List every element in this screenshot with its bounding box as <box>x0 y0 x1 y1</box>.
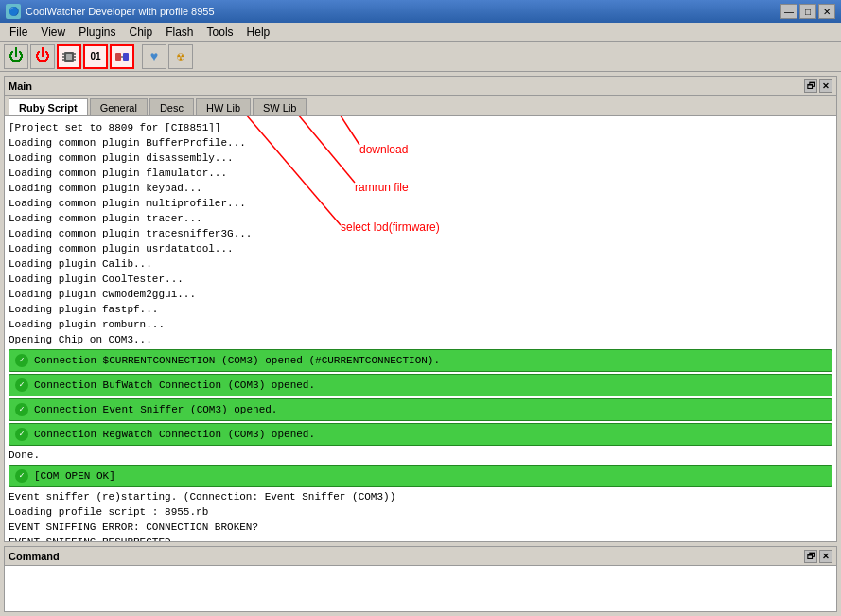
log-line: Loading plugin Calib... <box>9 256 832 272</box>
tab-desc[interactable]: Desc <box>149 98 194 115</box>
log-line: Event sniffer (re)starting. (Connection:… <box>9 489 832 504</box>
log-line: Loading common plugin flamulator... <box>9 166 832 181</box>
svg-rect-8 <box>115 53 121 61</box>
main-panel-close-btn[interactable]: ✕ <box>819 79 832 93</box>
status-icon: ✓ <box>15 428 28 441</box>
maximize-btn[interactable]: □ <box>799 4 816 19</box>
tab-ruby-script[interactable]: Ruby Script <box>9 98 88 115</box>
close-btn[interactable]: ✕ <box>818 4 835 19</box>
main-panel-header: Main 🗗 ✕ <box>5 77 836 96</box>
menu-view[interactable]: View <box>35 24 71 41</box>
log-line: Loading plugin CoolTester... <box>9 272 832 287</box>
app-icon: 🔵 <box>6 4 21 19</box>
menu-flash[interactable]: Flash <box>160 24 199 41</box>
status-text: Connection RegWatch Connection (COM3) op… <box>34 426 315 443</box>
command-panel-title: Command <box>9 551 60 562</box>
status-icon: ✓ <box>15 354 28 367</box>
main-panel-header-buttons: 🗗 ✕ <box>804 79 832 93</box>
log-line: Loading common plugin multiprofiler... <box>9 196 832 211</box>
log-container: [Project set to 8809 for [CI8851]]Loadin… <box>9 120 832 347</box>
log-line: Loading common plugin BufferProfile... <box>9 135 832 150</box>
menu-chip[interactable]: Chip <box>124 24 159 41</box>
status-bar: ✓Connection RegWatch Connection (COM3) o… <box>9 423 832 446</box>
radiation-btn[interactable]: ☢ <box>168 44 193 69</box>
digits-btn[interactable]: 01 <box>83 44 108 69</box>
log-line: Loading common plugin disassembly... <box>9 150 832 166</box>
title-bar-left: 🔵 CoolWatcher Developer with profile 895… <box>6 4 215 19</box>
log-line: Loading plugin fastpf... <box>9 302 832 317</box>
bottom-log-container: Event sniffer (re)starting. (Connection:… <box>9 489 832 541</box>
toolbar: ⏻ ⏻ 01 ♥ ☢ <box>0 42 841 72</box>
log-line: [Project set to 8809 for [CI8851]] <box>9 120 832 135</box>
heart-btn[interactable]: ♥ <box>142 44 166 69</box>
command-input[interactable] <box>5 566 836 611</box>
status-bar: ✓Connection Event Sniffer (COM3) opened. <box>9 398 832 421</box>
log-content[interactable]: [Project set to 8809 for [CI8851]]Loadin… <box>5 116 836 541</box>
log-line: EVENT SNIFFING ERROR: CONNECTION BROKEN? <box>9 519 832 535</box>
status-text: Connection BufWatch Connection (COM3) op… <box>34 377 315 394</box>
annotation-select-lod: select lod(firmware) <box>341 220 440 234</box>
log-line: Loading plugin cwmodem2ggui... <box>9 287 832 302</box>
main-area: Main 🗗 ✕ Ruby Script General Desc HW Lib… <box>0 72 841 616</box>
title-bar: 🔵 CoolWatcher Developer with profile 895… <box>0 0 841 23</box>
command-panel-header-buttons: 🗗 ✕ <box>804 550 832 563</box>
main-panel-restore-btn[interactable]: 🗗 <box>804 79 817 93</box>
menu-bar: File View Plugins Chip Flash Tools Help <box>0 23 841 42</box>
window-title: CoolWatcher Developer with profile 8955 <box>26 6 215 17</box>
status-text: Connection $CURRENTCONNECTION (COM3) ope… <box>34 352 440 369</box>
command-panel-restore-btn[interactable]: 🗗 <box>804 550 817 563</box>
done-text: Done. <box>9 448 832 463</box>
connect-btn[interactable] <box>110 44 134 69</box>
power-green-btn[interactable]: ⏻ <box>4 44 28 69</box>
menu-tools[interactable]: Tools <box>201 24 239 41</box>
command-panel: Command 🗗 ✕ <box>4 546 837 612</box>
main-panel-title: Main <box>9 80 32 92</box>
minimize-btn[interactable]: — <box>780 4 797 19</box>
log-line: Opening Chip on COM3... <box>9 332 832 347</box>
tab-sw-lib[interactable]: SW Lib <box>253 98 307 115</box>
svg-rect-9 <box>123 53 129 61</box>
menu-file[interactable]: File <box>4 24 33 41</box>
chip-btn[interactable] <box>57 44 81 69</box>
com-open-icon: ✓ <box>15 469 28 483</box>
com-open-bar: ✓ [COM OPEN OK] <box>9 465 832 487</box>
command-panel-close-btn[interactable]: ✕ <box>819 550 832 563</box>
annotation-download: download <box>359 143 408 156</box>
title-bar-buttons: — □ ✕ <box>780 4 835 19</box>
log-line: EVENT SNIFFING RESURRECTED. <box>9 535 832 541</box>
status-bar: ✓Connection $CURRENTCONNECTION (COM3) op… <box>9 349 832 372</box>
svg-rect-1 <box>66 54 72 60</box>
power-red-btn[interactable]: ⏻ <box>30 44 55 69</box>
tab-hw-lib[interactable]: HW Lib <box>196 98 251 115</box>
annotation-ramrun: ramrun file <box>355 181 409 194</box>
com-open-text: [COM OPEN OK] <box>34 467 115 484</box>
status-icon: ✓ <box>15 378 28 392</box>
log-line: Loading common plugin keypad... <box>9 181 832 196</box>
main-panel: Main 🗗 ✕ Ruby Script General Desc HW Lib… <box>4 76 837 542</box>
log-line: Loading common plugin usrdatatool... <box>9 241 832 256</box>
status-container: ✓Connection $CURRENTCONNECTION (COM3) op… <box>9 349 832 446</box>
log-line: Loading profile script : 8955.rb <box>9 504 832 519</box>
status-bar: ✓Connection BufWatch Connection (COM3) o… <box>9 374 832 396</box>
status-text: Connection Event Sniffer (COM3) opened. <box>34 401 277 418</box>
menu-plugins[interactable]: Plugins <box>73 24 121 41</box>
log-line: Loading plugin romburn... <box>9 317 832 332</box>
tab-bar: Ruby Script General Desc HW Lib SW Lib <box>5 96 836 116</box>
tab-general[interactable]: General <box>90 98 148 115</box>
status-icon: ✓ <box>15 403 28 416</box>
command-panel-header: Command 🗗 ✕ <box>5 547 836 566</box>
menu-help[interactable]: Help <box>241 24 276 41</box>
